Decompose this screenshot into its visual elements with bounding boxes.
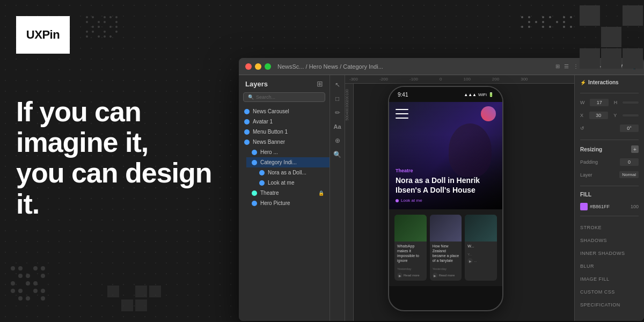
layer-dot [252,201,257,206]
layer-dot [244,109,250,114]
rotation-label: ↺ [580,126,584,131]
canvas-area[interactable]: -300-200-1000100200300 9:41 ▲▲▲ WiFi 🔋 [345,75,574,321]
cta-dot [396,199,399,202]
layer-item[interactable]: Theatre 🔒 [246,188,330,198]
ruler-horizontal: -300-200-1000100200300 [345,75,574,84]
layer-dot [259,170,265,175]
layer-dot [244,129,250,135]
article-title: WhatsApp makes it impossible to ignore [394,241,427,265]
rotation-value[interactable]: 0° [620,125,639,132]
resizing-add-btn[interactable]: + [631,145,639,153]
y-value[interactable] [623,114,639,116]
custom-css-section: CUSTOM CSS [580,286,639,296]
fill-color-swatch[interactable] [580,203,588,210]
read-more[interactable]: ▶ Read more [394,272,427,281]
phone-time: 9:41 [398,92,408,98]
layer-item[interactable]: News Banner [239,137,330,147]
shape-tool[interactable]: □ [332,93,343,104]
inner-shadows-label: INNER SHADOWS [580,251,625,256]
layer-item[interactable]: Menu Button 1 [239,127,330,137]
layers-header: Layers ⊞ [239,75,330,90]
layer-dot [252,150,257,155]
deco-dots-top [521,16,574,28]
fill-row[interactable]: #B861FF 100 [580,203,639,210]
layer-dot [252,160,257,165]
interactions-title: Interactions [588,79,619,85]
hero-cta[interactable]: Look at me [396,198,496,203]
zoom-tool[interactable]: 🔍 [332,149,343,160]
layer-dot [244,119,250,125]
article-card[interactable]: WhatsApp makes it impossible to ignore Y… [394,215,427,281]
minimize-button[interactable] [255,63,261,70]
article-title: How New Zealand became a place of a fair… [430,241,462,265]
canvas-ruler-numbers: 100 200 300 400 500 [345,84,354,126]
layer-label: Hero Picture [260,200,290,206]
deco-blocks-top-right [580,5,644,69]
read-more[interactable]: ▶ Read more [430,272,462,281]
layer-label: News Banner [253,139,285,145]
phone-mockup: 9:41 ▲▲▲ WiFi 🔋 [388,86,503,311]
height-value[interactable] [623,101,639,104]
article-date: Yesterday [433,267,447,270]
editor-area: Layers ⊞ 🔍 Search... News Carousel Avata… [239,75,644,321]
layer-value[interactable]: Normal [619,171,639,178]
maximize-button[interactable] [265,63,271,70]
deco-dots-left [11,266,45,301]
pen-tool[interactable]: ✏ [332,107,343,118]
layers-menu-icon[interactable]: ⊞ [317,79,323,88]
layer-label: Avatar 1 [253,119,273,125]
width-label: W [580,100,585,105]
read-more-text: Read more [439,274,455,277]
view-icon[interactable]: ⊞ [555,63,560,69]
x-value[interactable]: 30 [589,112,608,119]
layer-item[interactable]: Hero Picture [246,198,330,208]
layer-dot [252,191,257,196]
y-label: Y [613,113,617,118]
padding-label: Padding [580,159,598,165]
search-placeholder: Search... [256,94,275,100]
article-card[interactable]: How New Zealand became a place of a fair… [430,215,462,281]
articles-area: WhatsApp makes it impossible to ignore Y… [389,209,502,286]
hero-title: Nora as a Doll in Henrik Ibsen's A Doll'… [396,175,496,195]
read-more-text: ... [474,259,477,262]
height-label: H [614,100,618,105]
padding-row: Padding 0 [580,158,639,166]
stroke-section: STROKE [580,222,639,231]
width-value[interactable]: 17 [590,99,609,106]
interactions-header: ⚡ Interactions [580,79,639,85]
layer-item[interactable]: Nora as a Doll... [254,167,330,178]
article-card[interactable]: W... Y... ▶ ... [465,215,497,281]
tagline: If you can imagine it, you can design it… [16,97,220,219]
layers-title: Layers [245,80,268,88]
layer-item[interactable]: Hero ... [246,147,330,157]
read-more[interactable]: ▶ ... [465,257,497,266]
close-button[interactable] [245,63,252,70]
layer-item-selected[interactable]: Category Indi... [246,157,330,167]
tagline-line2: you can design it. [16,158,220,219]
article-date: Y... [467,253,472,256]
layer-label: Category Indi... [260,159,297,165]
article-image [465,215,497,241]
read-more-icon: ▶ [433,273,438,278]
properties-panel: ⚡ Interactions W 17 H X 30 Y ↺ 0° [574,75,644,321]
layer-item[interactable]: Look at me [254,178,330,188]
breadcrumb: NewsSc... / Hero News / Category Indi... [277,63,383,70]
padding-value[interactable]: 0 [620,158,639,166]
layers-search[interactable]: 🔍 Search... [243,92,325,102]
layer-label: Theatre [260,190,279,196]
layer-label: Hero ... [260,149,278,155]
text-tool[interactable]: Aa [332,121,343,132]
cta-text: Look at me [401,198,422,203]
article-meta: Y... [465,251,497,257]
layer-row: Layer Normal [580,171,639,178]
width-height-row: W 17 H [580,99,639,106]
component-tool[interactable]: ⊕ [332,135,343,146]
cursor-tool[interactable]: ↖ [332,79,343,90]
layer-item[interactable]: Avatar 1 [239,116,330,127]
deco-dots-logo [86,16,119,38]
menu-icon[interactable]: ☰ [564,63,569,69]
layer-item[interactable]: News Carousel [239,106,330,116]
resizing-label: Resizing [580,147,602,152]
layer-dot [259,180,265,186]
shadows-section: SHADOWS [580,235,639,244]
